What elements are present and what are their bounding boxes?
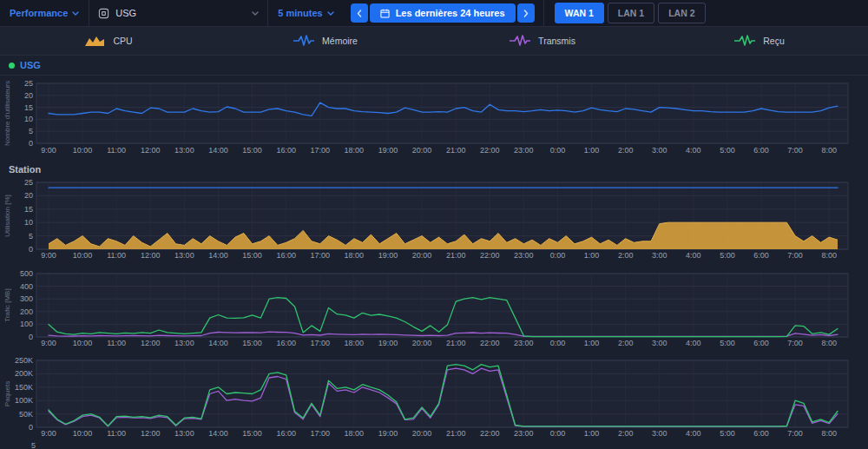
svg-text:300: 300: [20, 294, 33, 303]
performance-dropdown[interactable]: Performance: [0, 8, 89, 18]
chevron-left-icon: [357, 10, 362, 17]
svg-text:25: 25: [24, 178, 33, 187]
receive-pulse-icon: [734, 35, 755, 47]
station-section-label: Station: [0, 160, 868, 178]
svg-text:50K: 50K: [19, 410, 33, 419]
svg-text:8:00: 8:00: [821, 146, 837, 155]
svg-text:200: 200: [20, 307, 33, 316]
legend-item-transmis[interactable]: Transmis: [434, 27, 651, 55]
svg-text:7:00: 7:00: [787, 429, 803, 438]
paquets-plot: 9:0010:0011:0012:0013:0014:0015:0016:001…: [0, 348, 868, 439]
svg-text:10: 10: [24, 218, 33, 227]
range-prev-button[interactable]: [351, 3, 368, 23]
svg-text:100: 100: [20, 320, 33, 328]
legend-item-memoire[interactable]: Mémoire: [217, 27, 434, 55]
svg-text:10:00: 10:00: [73, 429, 93, 438]
svg-text:19:00: 19:00: [378, 429, 398, 438]
svg-text:11:00: 11:00: [107, 251, 126, 260]
svg-text:14:00: 14:00: [208, 146, 228, 155]
range-next-button[interactable]: [517, 3, 535, 23]
utilisation-plot: 9:0010:0011:0012:0013:0014:0015:0016:001…: [0, 178, 868, 261]
svg-text:14:00: 14:00: [208, 251, 228, 260]
svg-text:10: 10: [24, 115, 33, 123]
tab-lan-1[interactable]: LAN 1: [608, 3, 654, 23]
svg-text:2:00: 2:00: [618, 429, 634, 438]
svg-text:8:00: 8:00: [821, 251, 837, 260]
range-button[interactable]: Les dernières 24 heures: [370, 3, 516, 23]
svg-text:15: 15: [24, 205, 33, 214]
svg-text:0: 0: [29, 139, 33, 148]
chevron-down-icon: [252, 11, 259, 16]
legend-item-recu[interactable]: Reçu: [651, 27, 868, 55]
svg-text:Paquets: Paquets: [3, 381, 11, 406]
interval-dropdown-label: 5 minutes: [278, 8, 322, 18]
legend-item-cpu[interactable]: CPU: [0, 27, 217, 55]
svg-text:21:00: 21:00: [446, 146, 466, 155]
svg-text:1:00: 1:00: [584, 339, 600, 347]
svg-text:12:00: 12:00: [141, 339, 161, 347]
panel-title: USG: [20, 60, 41, 70]
svg-text:7:00: 7:00: [787, 251, 803, 260]
legend-label: CPU: [113, 36, 132, 46]
svg-text:2:00: 2:00: [618, 146, 634, 155]
svg-text:23:00: 23:00: [514, 429, 534, 438]
legend-label: Mémoire: [322, 36, 358, 46]
svg-text:Trafic [MB]: Trafic [MB]: [3, 288, 11, 321]
svg-text:5:00: 5:00: [720, 251, 735, 260]
svg-text:0:00: 0:00: [550, 251, 566, 260]
svg-text:9:00: 9:00: [41, 146, 56, 155]
svg-text:18:00: 18:00: [345, 429, 365, 438]
svg-text:13:00: 13:00: [174, 251, 194, 260]
svg-text:4:00: 4:00: [686, 146, 701, 155]
chevron-down-icon: [72, 11, 79, 16]
legend-row: CPUMémoireTransmisReçu: [0, 27, 868, 56]
svg-text:0: 0: [29, 333, 33, 341]
svg-text:0:00: 0:00: [550, 146, 566, 155]
svg-text:6:00: 6:00: [753, 429, 769, 438]
interval-dropdown[interactable]: 5 minutes: [268, 8, 343, 18]
svg-text:9:00: 9:00: [41, 429, 56, 438]
svg-text:21:00: 21:00: [446, 339, 466, 347]
svg-text:13:00: 13:00: [174, 146, 194, 155]
gateway-device-icon: [98, 8, 109, 19]
svg-text:22:00: 22:00: [480, 251, 500, 260]
svg-text:15:00: 15:00: [242, 429, 262, 438]
paquets-chart: 9:0010:0011:0012:0013:0014:0015:0016:001…: [0, 348, 868, 439]
svg-text:8:00: 8:00: [821, 339, 837, 347]
svg-text:1:00: 1:00: [584, 429, 600, 438]
svg-text:19:00: 19:00: [378, 339, 398, 347]
legend-label: Reçu: [763, 36, 785, 46]
range-button-label: Les dernières 24 heures: [396, 8, 505, 18]
chevron-down-icon: [327, 11, 334, 16]
transmit-pulse-icon: [510, 35, 530, 47]
svg-text:3:00: 3:00: [652, 146, 667, 155]
utilisation-chart: 9:0010:0011:0012:0013:0014:0015:0016:001…: [0, 178, 868, 261]
date-range-group: Les dernières 24 heures: [351, 3, 535, 23]
svg-text:17:00: 17:00: [311, 429, 331, 438]
tab-lan-2[interactable]: LAN 2: [658, 3, 705, 23]
svg-text:20:00: 20:00: [412, 429, 432, 438]
svg-text:8:00: 8:00: [821, 429, 837, 438]
svg-text:20:00: 20:00: [412, 251, 432, 260]
svg-text:5:00: 5:00: [720, 146, 735, 155]
svg-text:21:00: 21:00: [446, 429, 466, 438]
svg-text:20: 20: [24, 91, 33, 100]
svg-text:2:00: 2:00: [618, 251, 634, 260]
svg-text:0:00: 0:00: [550, 339, 566, 347]
svg-text:22:00: 22:00: [480, 429, 500, 438]
svg-text:13:00: 13:00: [174, 429, 194, 438]
svg-text:17:00: 17:00: [311, 146, 331, 155]
svg-text:3:00: 3:00: [652, 339, 667, 347]
tab-wan-1[interactable]: WAN 1: [555, 3, 604, 23]
cpu-area-icon: [84, 35, 105, 47]
svg-text:6:00: 6:00: [753, 146, 769, 155]
svg-text:15:00: 15:00: [242, 146, 262, 155]
svg-text:5:00: 5:00: [720, 429, 735, 438]
divider: [543, 0, 544, 26]
svg-text:100K: 100K: [15, 396, 33, 405]
svg-text:18:00: 18:00: [345, 339, 365, 347]
svg-text:16:00: 16:00: [276, 251, 296, 260]
svg-text:22:00: 22:00: [480, 146, 500, 155]
device-select[interactable]: USG: [89, 8, 267, 19]
svg-text:6:00: 6:00: [753, 251, 769, 260]
